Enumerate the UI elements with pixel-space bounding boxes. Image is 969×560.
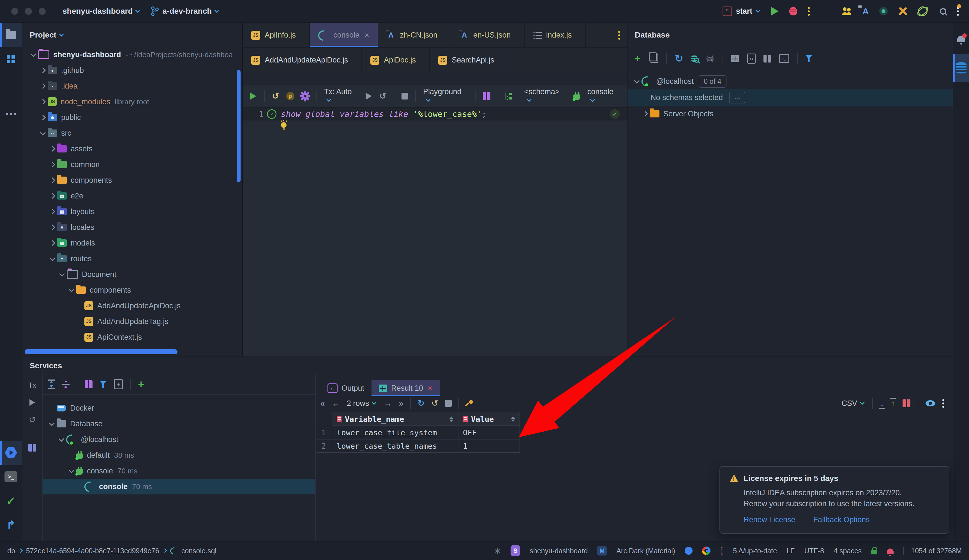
editor-tab[interactable]: JS AddAndUpdateApiDoc.js xyxy=(243,48,362,72)
problems-tool-button[interactable]: ✓ xyxy=(0,489,22,513)
tree-chevron-icon[interactable] xyxy=(57,438,66,441)
download-icon[interactable]: ↓ xyxy=(880,399,884,407)
tree-chevron-icon[interactable] xyxy=(48,163,57,166)
compare-icon[interactable] xyxy=(902,399,911,407)
parameters-icon[interactable]: p xyxy=(286,92,295,100)
sort-icon[interactable] xyxy=(507,417,515,422)
tree-item[interactable]: Y routes xyxy=(22,251,242,266)
more-run-actions-button[interactable] xyxy=(808,7,810,16)
open-in-new-icon[interactable]: + xyxy=(114,379,123,389)
background-tasks-icon[interactable]: ∗ xyxy=(493,545,501,556)
code-line-1[interactable]: 1 ✓ show global variables like '%lower_c… xyxy=(243,108,627,121)
tree-item[interactable]: assets xyxy=(22,141,242,157)
compare-icon[interactable] xyxy=(764,55,771,63)
settings-menu-icon[interactable] xyxy=(957,7,959,16)
editor-tab[interactable]: console × xyxy=(310,23,378,47)
cell-value[interactable]: 1 xyxy=(458,439,520,453)
result-tab[interactable]: Result 10 × xyxy=(371,380,440,396)
git-status[interactable]: 5 Δ/up-to-date xyxy=(733,547,777,555)
group-by-icon[interactable] xyxy=(28,444,36,452)
debug-button[interactable] xyxy=(789,7,797,15)
sort-icon[interactable] xyxy=(445,417,453,422)
service-item[interactable]: console 70 ms xyxy=(43,479,315,494)
code-with-me-icon[interactable] xyxy=(842,7,852,15)
service-item[interactable]: console 70 ms xyxy=(43,463,315,479)
window-zoom-button[interactable] xyxy=(39,8,46,15)
tools-icon[interactable] xyxy=(898,7,907,16)
tree-chevron-icon[interactable] xyxy=(48,225,57,229)
editor-tab[interactable]: A en-US.json xyxy=(451,23,525,47)
tree-chevron-icon[interactable] xyxy=(67,469,76,472)
jump-to-console-icon[interactable]: ›_ xyxy=(779,54,789,63)
terminal-tool-button[interactable]: >_ xyxy=(0,465,22,489)
ddl-skull-icon[interactable]: ☠ xyxy=(706,53,714,64)
tree-item[interactable]: ‹› src xyxy=(22,125,242,141)
history-icon[interactable]: ↺ xyxy=(431,399,438,407)
database-tool-button[interactable] xyxy=(953,54,969,82)
tree-chevron-icon[interactable] xyxy=(38,68,48,72)
column-header-variable-name[interactable]: Variable_name xyxy=(332,412,458,426)
gear-icon[interactable] xyxy=(302,93,309,100)
tab-options-icon[interactable] xyxy=(618,31,620,40)
add-service-icon[interactable]: + xyxy=(138,379,144,390)
project-horizontal-scrollbar[interactable] xyxy=(25,349,178,354)
renew-license-link[interactable]: Renew License xyxy=(744,515,796,524)
view-mode-icon[interactable] xyxy=(85,381,93,388)
project-vertical-scrollbar[interactable] xyxy=(236,70,241,182)
tree-chevron-icon[interactable] xyxy=(38,84,48,88)
fallback-options-link[interactable]: Fallback Options xyxy=(813,515,870,524)
tab-close-icon[interactable]: × xyxy=(428,384,432,393)
indent-indicator[interactable]: 4 spaces xyxy=(834,547,862,555)
no-schemas-row[interactable]: No schemas selected ... xyxy=(628,90,953,106)
tree-item[interactable]: JS AddAndUpdateTag.js xyxy=(22,314,242,329)
project-tool-button[interactable] xyxy=(0,23,22,47)
breadcrumb-file[interactable]: console.sql xyxy=(181,547,216,555)
tree-item[interactable]: ▤ models xyxy=(22,235,242,251)
rollback-icon[interactable]: ↺ xyxy=(28,415,36,424)
tree-item[interactable]: ▤ e2e xyxy=(22,188,242,204)
git-tool-button[interactable]: ↱ xyxy=(0,513,22,537)
breadcrumb-db[interactable]: db xyxy=(7,547,15,555)
service-item[interactable]: default 38 ms xyxy=(43,447,315,463)
tree-chevron-icon[interactable] xyxy=(48,178,57,182)
tree-chevron-icon[interactable] xyxy=(48,147,57,151)
google-icon[interactable] xyxy=(702,547,711,555)
breadcrumb-session-id[interactable]: 572ec14a-6594-4a00-b8e7-113ed9949e76 xyxy=(26,547,159,555)
editor-tab[interactable]: JS SearchApi.js xyxy=(430,48,508,72)
history-icon[interactable]: ↺ xyxy=(272,92,279,100)
tree-item[interactable]: common xyxy=(22,157,242,172)
view-options-eye-icon[interactable] xyxy=(926,400,935,406)
tree-chevron-icon[interactable] xyxy=(67,289,76,291)
tree-item[interactable]: ● .github xyxy=(22,63,242,78)
accent-color-icon[interactable] xyxy=(685,547,693,555)
first-page-icon[interactable]: « xyxy=(320,399,325,408)
tree-item[interactable]: JS ApiContext.js xyxy=(22,329,242,345)
filter-icon[interactable] xyxy=(806,55,812,62)
service-item[interactable]: Database xyxy=(43,416,315,432)
cell-variable-name[interactable]: lower_case_file_system xyxy=(332,426,458,439)
atom-plugin-icon[interactable] xyxy=(918,7,927,16)
last-page-icon[interactable]: » xyxy=(399,399,403,408)
playground-selector[interactable]: Playground xyxy=(423,88,468,105)
rollback-icon[interactable]: ↺ xyxy=(379,92,386,100)
view-options-icon[interactable] xyxy=(483,92,490,100)
tree-item[interactable]: JS AddAndUpdateApiDoc.js xyxy=(22,298,242,314)
tree-chevron-icon[interactable] xyxy=(48,209,57,214)
tree-chevron-icon[interactable] xyxy=(38,132,48,135)
memory-indicator[interactable]: 1054 of 32768M xyxy=(903,547,962,555)
refresh-icon[interactable]: ↻ xyxy=(674,53,683,64)
tree-item[interactable]: components xyxy=(22,172,242,188)
project-panel-header[interactable]: Project xyxy=(22,23,242,47)
tree-chevron-icon[interactable] xyxy=(48,257,57,260)
alarm-icon[interactable] xyxy=(887,548,894,554)
editor-tab[interactable]: JS ApiInfo.js xyxy=(243,23,310,47)
previous-page-icon[interactable]: ← xyxy=(332,399,340,408)
write-access-lock-icon[interactable] xyxy=(871,550,877,554)
tree-item[interactable]: A locales xyxy=(22,219,242,235)
tree-chevron-icon[interactable] xyxy=(48,241,57,245)
result-options-icon[interactable] xyxy=(942,399,944,408)
collapse-all-icon[interactable] xyxy=(62,381,70,388)
row-count-selector[interactable]: 2 rows xyxy=(347,399,377,408)
structure-tool-button[interactable] xyxy=(0,47,22,71)
export-format-selector[interactable]: CSV xyxy=(841,399,865,408)
